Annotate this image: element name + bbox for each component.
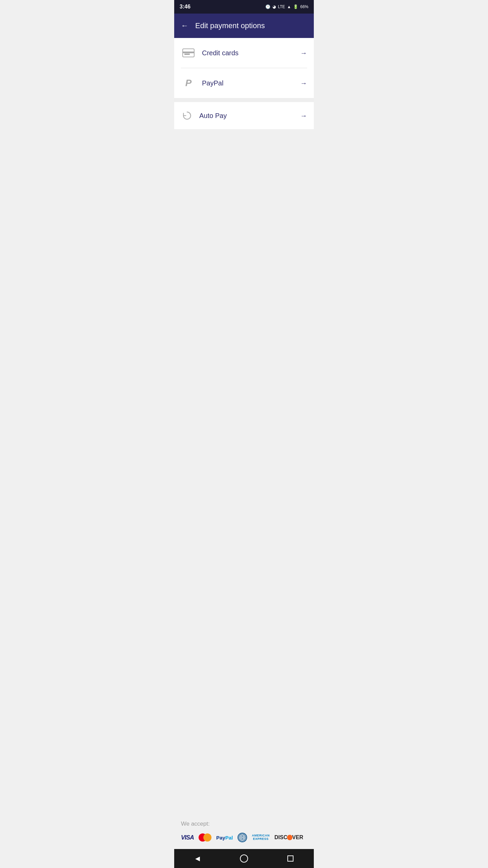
discover-text: DISC — [274, 834, 287, 841]
paypal-logo: PayPal — [216, 835, 233, 841]
diners-logo — [238, 833, 247, 842]
home-nav-icon — [240, 854, 248, 863]
credit-cards-arrow: → — [300, 49, 307, 57]
recent-nav-button[interactable] — [282, 850, 299, 867]
status-icons: 🕐 ◕ LTE ▲ 🔋 66% — [265, 4, 308, 9]
diners-icon — [238, 833, 246, 842]
paypal-icon-container: P — [181, 76, 196, 91]
signal-icon: ◕ — [272, 4, 276, 9]
status-bar: 3:46 🕐 ◕ LTE ▲ 🔋 66% — [174, 0, 314, 14]
credit-cards-label: Credit cards — [202, 49, 300, 57]
payment-logos: VISA PayPal AMERICAN EXPRESS DISC VER — [181, 833, 307, 842]
paypal-item[interactable]: P PayPal → — [174, 68, 314, 98]
paypal-icon: P — [185, 78, 192, 88]
battery-icon: 🔋 — [293, 4, 298, 9]
paypal-arrow: → — [300, 79, 307, 87]
footer: We accept: VISA PayPal AMERICAN EXPRESS … — [174, 812, 314, 849]
payment-options-list: Credit cards → P PayPal → — [174, 38, 314, 98]
discover-dot — [287, 835, 292, 840]
auto-pay-icon-container — [181, 110, 193, 122]
header: ← Edit payment options — [174, 14, 314, 38]
alarm-icon: 🕐 — [265, 4, 270, 9]
auto-pay-section: Auto Pay → — [174, 102, 314, 129]
mc-right-circle — [203, 833, 211, 842]
card-strip — [184, 54, 190, 55]
auto-pay-label: Auto Pay — [199, 112, 300, 120]
svg-point-0 — [239, 834, 246, 841]
credit-card-icon — [182, 48, 195, 57]
discover-text2: VER — [292, 834, 303, 841]
back-button[interactable]: ← — [181, 22, 188, 29]
recent-nav-icon — [287, 855, 293, 862]
battery-level: 66% — [300, 4, 308, 9]
lte-label: LTE — [278, 4, 285, 9]
refresh-icon — [182, 110, 192, 121]
page-title: Edit payment options — [195, 21, 265, 30]
back-nav-icon: ◀ — [195, 855, 200, 862]
status-time: 3:46 — [180, 4, 190, 10]
section-divider — [174, 98, 314, 102]
discover-logo: DISC VER — [274, 834, 303, 841]
we-accept-label: We accept: — [181, 821, 307, 827]
home-nav-button[interactable] — [236, 850, 252, 867]
auto-pay-item[interactable]: Auto Pay → — [174, 102, 314, 129]
back-nav-button[interactable]: ◀ — [189, 850, 206, 867]
spacer — [174, 129, 314, 812]
signal-bars: ▲ — [287, 4, 291, 9]
amex-logo: AMERICAN EXPRESS — [252, 834, 270, 841]
auto-pay-arrow: → — [300, 112, 307, 120]
credit-cards-item[interactable]: Credit cards → — [174, 38, 314, 68]
visa-logo: VISA — [181, 834, 194, 841]
credit-card-icon-container — [181, 45, 196, 60]
bottom-nav-bar: ◀ — [174, 849, 314, 868]
paypal-label: PayPal — [202, 79, 300, 87]
mastercard-logo — [199, 833, 211, 842]
